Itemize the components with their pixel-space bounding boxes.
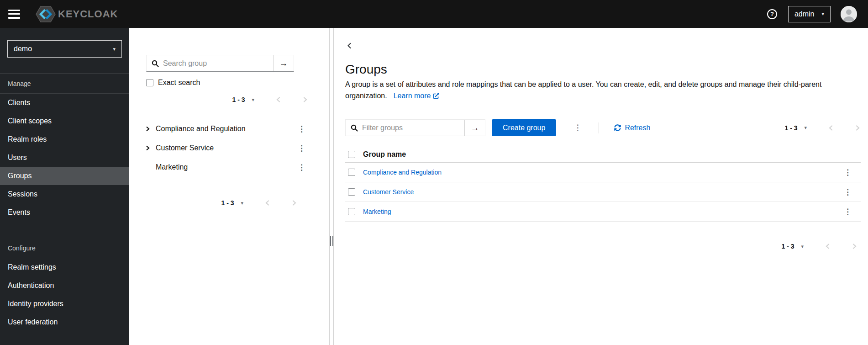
external-link-icon — [433, 93, 439, 99]
chevron-down-icon: ▾ — [821, 11, 824, 16]
chevron-down-icon[interactable]: ▾ — [801, 244, 804, 249]
pagination-range[interactable]: 1 - 3 — [781, 243, 794, 250]
keycloak-logo: KEYCLOAK — [36, 5, 118, 23]
select-all-checkbox[interactable] — [348, 151, 355, 158]
tree-item-label[interactable]: Marketing — [156, 163, 296, 171]
group-link[interactable]: Compliance and Regulation — [363, 169, 442, 176]
tree-pagination-bottom: 1 - 3 ▾ — [129, 195, 297, 211]
realm-selector-value: demo — [14, 45, 32, 53]
chevron-down-icon[interactable]: ▾ — [804, 125, 807, 130]
refresh-label: Refresh — [625, 124, 650, 132]
pagination-range[interactable]: 1 - 3 — [221, 199, 234, 207]
search-icon — [351, 124, 358, 132]
sidebar-item-users[interactable]: Users — [0, 149, 129, 167]
user-menu-label: admin — [794, 10, 815, 18]
kebab-menu-icon[interactable]: ⋮ — [296, 163, 307, 172]
sidebar-item-user-federation[interactable]: User federation — [0, 313, 129, 331]
help-icon[interactable]: ? — [767, 9, 777, 19]
pagination-range[interactable]: 1 - 3 — [232, 96, 245, 103]
group-link[interactable]: Customer Service — [363, 188, 414, 196]
expand-chevron-icon[interactable] — [144, 125, 156, 133]
tree-item: Customer Service ⋮ — [129, 138, 329, 158]
search-icon — [152, 60, 159, 67]
pagination-prev-button[interactable] — [825, 243, 831, 250]
pagination-next-button[interactable] — [302, 96, 308, 103]
page-description: A group is a set of attributes and role … — [345, 79, 861, 101]
learn-more-label: Learn more — [394, 92, 431, 100]
exact-search-checkbox[interactable] — [146, 79, 153, 86]
filter-groups: → — [345, 119, 485, 136]
table-header-row: Group name — [345, 147, 861, 163]
row-checkbox[interactable] — [348, 188, 355, 196]
tree-item: Compliance and Regulation ⋮ — [129, 119, 329, 138]
row-checkbox[interactable] — [348, 169, 355, 176]
sidebar-item-groups[interactable]: Groups — [0, 167, 129, 185]
group-link[interactable]: Marketing — [363, 208, 391, 215]
nav-section-manage: Manage — [0, 74, 129, 93]
table-pagination-top: 1 - 3 ▾ — [784, 120, 861, 136]
sidebar-item-clients[interactable]: Clients — [0, 94, 129, 112]
kebab-menu-icon[interactable]: ⋮ — [842, 168, 853, 177]
masthead: KEYCLOAK ? admin ▾ — [0, 0, 868, 28]
pagination-next-button[interactable] — [852, 243, 857, 250]
brand-text: KEYCLOAK — [58, 8, 118, 20]
divider — [129, 114, 329, 114]
exact-search-label: Exact search — [158, 79, 200, 87]
tree-item-label[interactable]: Compliance and Regulation — [156, 125, 296, 133]
kebab-menu-icon[interactable]: ⋮ — [842, 187, 853, 197]
table-row: Customer Service ⋮ — [345, 182, 861, 202]
pagination-prev-button[interactable] — [264, 199, 270, 207]
refresh-icon — [614, 124, 621, 131]
page-title: Groups — [345, 62, 861, 77]
hamburger-menu-icon[interactable] — [8, 10, 20, 19]
refresh-button[interactable]: Refresh — [614, 124, 650, 132]
chevron-down-icon[interactable]: ▾ — [252, 97, 254, 102]
kebab-menu-icon[interactable]: ⋮ — [296, 124, 307, 134]
chevron-down-icon[interactable]: ▾ — [241, 201, 243, 206]
table-pagination-bottom: 1 - 3 ▾ — [345, 238, 861, 255]
row-checkbox[interactable] — [348, 208, 355, 215]
realm-selector[interactable]: demo ▾ — [7, 40, 122, 58]
sidebar-item-realm-settings[interactable]: Realm settings — [0, 258, 129, 276]
sidebar: demo ▾ Manage Clients Client scopes Real… — [0, 28, 129, 345]
create-group-button[interactable]: Create group — [492, 119, 556, 136]
pagination-next-button[interactable] — [291, 199, 297, 207]
filter-submit-button[interactable]: → — [464, 120, 485, 136]
user-menu-dropdown[interactable]: admin ▾ — [788, 6, 831, 22]
chevron-down-icon: ▾ — [113, 47, 116, 52]
expand-chevron-icon[interactable] — [144, 144, 156, 152]
sidebar-item-client-scopes[interactable]: Client scopes — [0, 112, 129, 130]
sidebar-item-authentication[interactable]: Authentication — [0, 276, 129, 295]
pagination-next-button[interactable] — [855, 124, 861, 132]
sidebar-item-events[interactable]: Events — [0, 203, 129, 222]
sidebar-item-realm-roles[interactable]: Realm roles — [0, 130, 129, 149]
groups-tree-panel: → Exact search 1 - 3 ▾ Compliance and Re… — [129, 28, 330, 345]
group-search-input[interactable] — [147, 55, 273, 71]
tree-pagination-top: 1 - 3 ▾ — [129, 91, 308, 108]
sidebar-item-identity-providers[interactable]: Identity providers — [0, 295, 129, 313]
nav-section-configure: Configure — [0, 238, 129, 258]
group-search: → — [146, 55, 294, 72]
pagination-prev-button[interactable] — [828, 124, 834, 132]
kebab-menu-icon[interactable]: ⋮ — [842, 207, 853, 217]
collapse-panel-chevron-icon[interactable] — [345, 42, 353, 49]
drag-grip-icon — [330, 236, 333, 246]
table-row: Compliance and Regulation ⋮ — [345, 163, 861, 182]
search-submit-button[interactable]: → — [273, 55, 294, 71]
keycloak-hexagon-icon — [36, 5, 56, 23]
pagination-prev-button[interactable] — [275, 96, 281, 103]
learn-more-link[interactable]: Learn more — [394, 92, 440, 100]
filter-groups-input[interactable] — [346, 120, 464, 136]
tree-item-label[interactable]: Customer Service — [156, 144, 296, 152]
panel-resize-handle[interactable] — [330, 28, 334, 345]
main-panel: Groups A group is a set of attributes an… — [334, 28, 868, 345]
toolbar-kebab-menu-icon[interactable]: ⋮ — [572, 123, 583, 133]
kebab-menu-icon[interactable]: ⋮ — [296, 143, 307, 153]
groups-toolbar: → Create group ⋮ Refresh 1 - 3 ▾ — [345, 119, 861, 136]
tree-item: Marketing ⋮ — [129, 158, 329, 177]
sidebar-item-sessions[interactable]: Sessions — [0, 185, 129, 203]
pagination-range[interactable]: 1 - 3 — [784, 124, 797, 132]
avatar[interactable] — [841, 6, 857, 22]
table-row: Marketing ⋮ — [345, 202, 861, 222]
groups-table: Group name Compliance and Regulation ⋮ C… — [345, 147, 861, 222]
